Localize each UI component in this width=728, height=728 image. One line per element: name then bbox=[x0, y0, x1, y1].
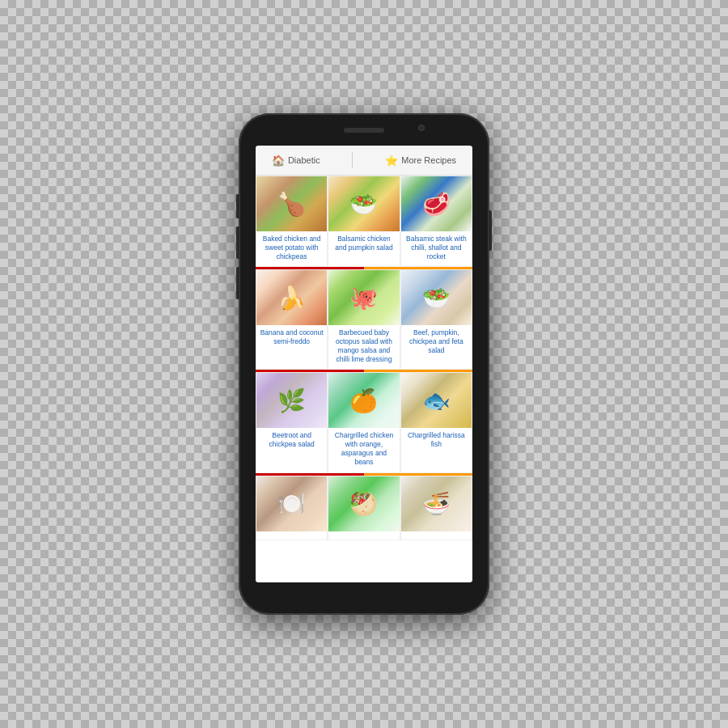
recipe-item-4[interactable]: 🍌 Banana and coconut semi-freddo bbox=[256, 269, 328, 370]
phone-device: 🏠 Diabetic ⭐ More Recipes 🍗 Baked chicke… bbox=[239, 113, 489, 615]
recipe-image-8: 🍊 bbox=[328, 373, 399, 428]
recipe-item-11[interactable]: 🥙 bbox=[328, 476, 400, 540]
recipe-image-10: 🍽️ bbox=[256, 476, 327, 531]
recipe-image-9: 🐟 bbox=[401, 373, 472, 428]
nav-divider bbox=[352, 152, 353, 168]
food-icon-8: 🍊 bbox=[328, 373, 399, 428]
recipe-item-3[interactable]: 🥩 Balsamic steak with chilli, shallot an… bbox=[400, 176, 472, 267]
food-icon-10: 🍽️ bbox=[256, 476, 327, 531]
recipe-image-5: 🐙 bbox=[328, 270, 399, 325]
recipe-item-1[interactable]: 🍗 Baked chicken and sweet potato with ch… bbox=[256, 176, 328, 267]
star-icon: ⭐ bbox=[385, 154, 398, 167]
nav-home-label: Diabetic bbox=[288, 155, 320, 165]
recipe-title-8: Chargrilled chicken with orange, asparag… bbox=[328, 428, 399, 472]
recipe-item-12[interactable]: 🍜 bbox=[400, 476, 472, 540]
food-icon-6: 🥗 bbox=[401, 270, 472, 325]
food-icon-1: 🍗 bbox=[256, 176, 327, 231]
recipe-image-1: 🍗 bbox=[256, 176, 327, 231]
recipe-scroll-area[interactable]: 🍗 Baked chicken and sweet potato with ch… bbox=[256, 176, 472, 582]
recipe-item-10[interactable]: 🍽️ bbox=[256, 476, 328, 540]
recipe-title-3: Balsamic steak with chilli, shallot and … bbox=[401, 231, 472, 266]
recipe-title-10 bbox=[256, 531, 327, 540]
silent-button[interactable] bbox=[236, 267, 239, 299]
food-icon-5: 🐙 bbox=[328, 270, 399, 325]
recipe-image-12: 🍜 bbox=[401, 476, 472, 531]
recipe-image-11: 🥙 bbox=[328, 476, 399, 531]
food-icon-2: 🥗 bbox=[328, 176, 399, 231]
recipe-title-1: Baked chicken and sweet potato with chic… bbox=[256, 231, 327, 266]
power-button[interactable] bbox=[489, 210, 492, 251]
volume-down-button[interactable] bbox=[236, 226, 239, 259]
recipe-title-12 bbox=[401, 531, 472, 540]
phone-screen: 🏠 Diabetic ⭐ More Recipes 🍗 Baked chicke… bbox=[256, 146, 472, 582]
recipe-item-8[interactable]: 🍊 Chargrilled chicken with orange, aspar… bbox=[328, 372, 400, 472]
recipe-image-3: 🥩 bbox=[401, 176, 472, 231]
food-icon-9: 🐟 bbox=[401, 373, 472, 428]
home-icon: 🏠 bbox=[272, 154, 285, 167]
recipe-title-2: Balsamic chicken and pumpkin salad bbox=[328, 231, 399, 257]
recipe-item-7[interactable]: 🌿 Beetroot and chickpea salad bbox=[256, 372, 328, 472]
recipe-title-4: Banana and coconut semi-freddo bbox=[256, 325, 327, 351]
phone-speaker bbox=[344, 128, 384, 133]
recipe-title-9: Chargrilled harissa fish bbox=[401, 428, 472, 454]
phone-camera bbox=[418, 125, 425, 131]
recipe-image-4: 🍌 bbox=[256, 270, 327, 325]
recipe-title-7: Beetroot and chickpea salad bbox=[256, 428, 327, 454]
volume-up-button[interactable] bbox=[236, 194, 239, 218]
food-icon-12: 🍜 bbox=[401, 476, 472, 531]
food-icon-4: 🍌 bbox=[256, 270, 327, 325]
recipe-image-7: 🌿 bbox=[256, 373, 327, 428]
recipe-item-6[interactable]: 🥗 Beef, pumpkin, chickpea and feta salad bbox=[400, 269, 472, 370]
food-icon-3: 🥩 bbox=[401, 176, 472, 231]
nav-bar: 🏠 Diabetic ⭐ More Recipes bbox=[256, 146, 472, 176]
recipe-title-6: Beef, pumpkin, chickpea and feta salad bbox=[401, 325, 472, 360]
recipe-title-11 bbox=[328, 531, 399, 540]
recipe-image-6: 🥗 bbox=[401, 270, 472, 325]
food-icon-11: 🥙 bbox=[328, 476, 399, 531]
nav-home[interactable]: 🏠 Diabetic bbox=[272, 154, 320, 167]
recipe-item-5[interactable]: 🐙 Barbecued baby octopus salad with mang… bbox=[328, 269, 400, 370]
nav-more[interactable]: ⭐ More Recipes bbox=[385, 154, 456, 167]
recipe-item-2[interactable]: 🥗 Balsamic chicken and pumpkin salad bbox=[328, 176, 400, 267]
recipe-grid: 🍗 Baked chicken and sweet potato with ch… bbox=[256, 176, 472, 540]
nav-more-label: More Recipes bbox=[401, 155, 456, 165]
recipe-item-9[interactable]: 🐟 Chargrilled harissa fish bbox=[400, 372, 472, 472]
food-icon-7: 🌿 bbox=[256, 373, 327, 428]
recipe-title-5: Barbecued baby octopus salad with mango … bbox=[328, 325, 399, 369]
recipe-image-2: 🥗 bbox=[328, 176, 399, 231]
